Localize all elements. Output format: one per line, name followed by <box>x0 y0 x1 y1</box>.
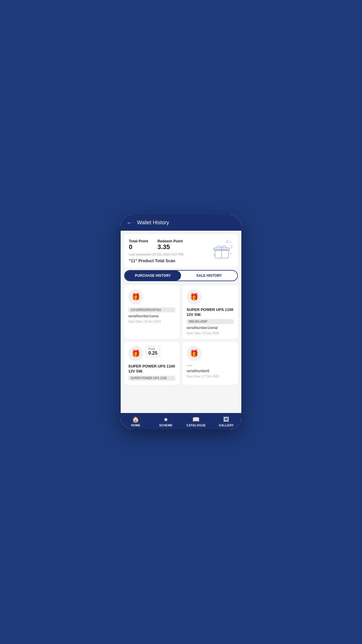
card-icon-4: 🎁 <box>187 346 202 361</box>
catalogue-icon: 📖 <box>192 416 200 423</box>
home-icon: 🏠 <box>132 416 139 423</box>
scan-date-1: Scan Date | 28 Dec 2023 <box>128 320 175 323</box>
nav-home[interactable]: 🏠 HOME <box>121 413 151 429</box>
phone-screen: ← Wallet History Total Point 0 Redeem Po… <box>121 215 241 429</box>
phone-frame: ← Wallet History Total Point 0 Redeem Po… <box>121 215 241 429</box>
purchase-history-button[interactable]: PURCHASE HISTORY <box>125 271 181 281</box>
cards-container: 🎁 11K18050200H15P316 serialNumber1seria … <box>121 284 241 413</box>
total-point-value: 0 <box>129 243 148 251</box>
nav-home-label: HOME <box>131 424 140 427</box>
product-name-2: SUPER POWER UPS 1100 12V SW. <box>187 307 234 317</box>
card-icon-1: 🎁 <box>128 289 143 304</box>
svg-line-1 <box>230 242 232 243</box>
product-card-1: 🎁 11K18050200H15P316 serialNumber1seria … <box>124 285 180 339</box>
page-title: Wallet History <box>137 220 169 226</box>
header: ← Wallet History <box>121 215 241 231</box>
serial-name-1: serialNumber1seria <box>128 314 175 318</box>
cards-grid: 🎁 11K18050200H15P316 serialNumber1seria … <box>124 285 238 385</box>
svg-line-0 <box>226 240 229 242</box>
card-icon-3: 🎁 <box>128 346 143 361</box>
product-name-3: SUPER POWER UPS 1100 12V SW. <box>128 364 175 374</box>
scheme-icon: ★ <box>163 416 168 423</box>
svg-point-11 <box>230 253 231 254</box>
serial-name-4: serialNumber8 <box>187 369 234 373</box>
summary-card: Total Point 0 Redeem Point 3.35 Last tra… <box>124 234 238 268</box>
product-card-2: 🎁 SUPER POWER UPS 1100 12V SW. 899-581-0… <box>182 285 238 339</box>
gift-icon <box>210 239 233 262</box>
bottom-nav: 🏠 HOME ★ SCHEME 📖 CATALOGUE 🖼 GALLERY <box>121 413 241 429</box>
point-box: Point 0.25 <box>146 346 160 357</box>
total-scan-text: "11" Product Total Scan <box>129 258 183 263</box>
nav-catalogue-label: CATALOGUE <box>187 424 206 427</box>
summary-left: Total Point 0 Redeem Point 3.35 Last tra… <box>129 239 183 263</box>
scan-date-2: Scan Date | 28 Dec 2023 <box>187 332 234 335</box>
serial-badge-3: SUPER POWER UPS 1100 <box>128 376 175 381</box>
nav-gallery-label: GALLERY <box>219 424 234 427</box>
serial-name-2: serialNumber1serial <box>187 326 234 330</box>
product-card-4: 🎁 serialNumber8 Scan Date | 17 Dec 2023 <box>182 342 238 385</box>
gift-icon-area <box>210 239 233 262</box>
last-transaction-text: Last transaction 28 Dec 2023 9:57 PM <box>129 253 183 256</box>
point-box-value: 0.25 <box>148 351 157 356</box>
back-button[interactable]: ← <box>126 219 132 226</box>
card-with-point: 🎁 Point 0.25 <box>128 346 175 362</box>
serial-badge-1: 11K18050200H15P316 <box>128 307 175 312</box>
scan-count: "11" <box>129 258 137 263</box>
history-toggle: PURCHASE HISTORY SALE HISTORY <box>124 270 238 281</box>
redeem-point-group: Redeem Point 3.35 <box>157 239 183 251</box>
card-icon-2: 🎁 <box>187 289 202 304</box>
product-card-3: 🎁 Point 0.25 SUPER POWER UPS 1100 12V SW… <box>124 342 180 385</box>
total-point-label: Total Point <box>129 239 148 243</box>
svg-point-10 <box>213 249 214 250</box>
point-box-label: Point <box>148 347 157 351</box>
svg-point-5 <box>214 254 215 256</box>
scan-label: Product Total Scan <box>137 258 175 263</box>
gallery-icon: 🖼 <box>223 416 229 423</box>
nav-catalogue[interactable]: 📖 CATALOGUE <box>181 413 211 429</box>
total-point-group: Total Point 0 <box>129 239 148 251</box>
dash-line-4 <box>187 365 192 366</box>
svg-point-4 <box>231 247 232 248</box>
scan-date-4: Scan Date | 17 Dec 2023 <box>187 375 234 378</box>
redeem-point-label: Redeem Point <box>157 239 183 243</box>
nav-scheme-label: SCHEME <box>159 424 173 427</box>
nav-gallery[interactable]: 🖼 GALLERY <box>211 413 242 429</box>
sale-history-button[interactable]: SALE HISTORY <box>181 271 237 281</box>
nav-scheme[interactable]: ★ SCHEME <box>151 413 181 429</box>
redeem-point-value: 3.35 <box>157 243 183 251</box>
svg-line-2 <box>230 245 233 246</box>
svg-point-3 <box>227 242 228 243</box>
serial-badge-2: 899-581-006P <box>187 319 234 324</box>
points-row: Total Point 0 Redeem Point 3.35 <box>129 239 183 251</box>
